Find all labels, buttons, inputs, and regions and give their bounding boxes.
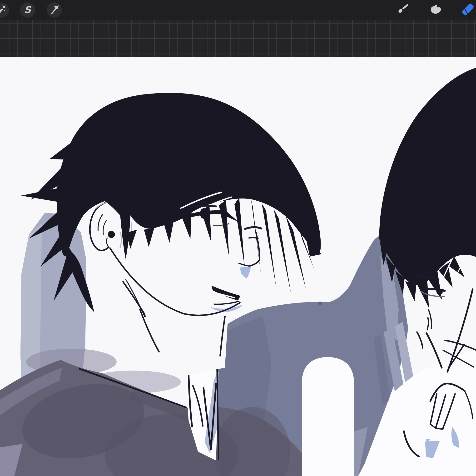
erase-button[interactable] xyxy=(460,2,476,17)
workspace-grid-background xyxy=(0,20,476,57)
pupil xyxy=(200,208,207,219)
transform-arrow-icon xyxy=(48,3,61,17)
brush-icon xyxy=(395,2,409,17)
canvas-top-edge xyxy=(0,57,476,57)
toolbar: S xyxy=(0,0,476,20)
artwork-illustration xyxy=(0,57,476,476)
drawing-canvas[interactable] xyxy=(0,57,476,476)
earring xyxy=(108,231,115,238)
paint-button[interactable] xyxy=(395,2,410,17)
smudge-button[interactable] xyxy=(428,2,443,17)
smudge-finger-icon xyxy=(428,2,443,17)
right-pupil xyxy=(437,289,443,295)
adjustments-button[interactable] xyxy=(0,2,9,17)
procreate-window: S xyxy=(0,0,476,476)
transform-button[interactable] xyxy=(47,2,62,17)
eraser-icon xyxy=(460,2,475,17)
selection-s-icon: S xyxy=(24,5,31,14)
magic-wand-icon xyxy=(0,3,8,17)
selection-button[interactable]: S xyxy=(20,2,35,17)
